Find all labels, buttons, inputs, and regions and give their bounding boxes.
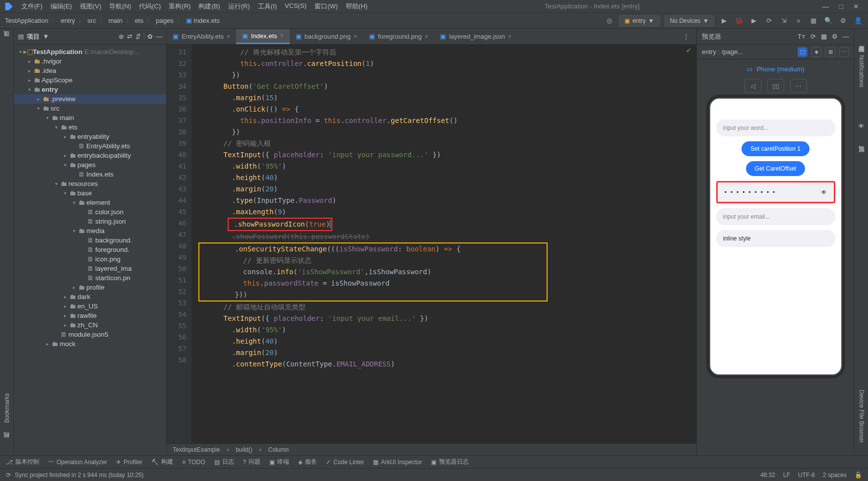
minimize-icon[interactable]: — xyxy=(843,33,849,40)
tree-item[interactable]: ▾🖿resources xyxy=(14,179,166,188)
tree-item[interactable]: ▾🖿src xyxy=(14,104,166,113)
tree-item[interactable]: ▸🖿entryability xyxy=(14,132,166,141)
tree-item[interactable]: ▾🖿ets xyxy=(14,122,166,132)
settings-icon[interactable]: ⚙ xyxy=(838,16,848,26)
eye-icon[interactable]: 👁 xyxy=(858,122,865,130)
breadcrumb-item[interactable]: ▣ Index.ets xyxy=(186,17,220,24)
menu-item[interactable]: 文件(F) xyxy=(18,1,46,12)
layout-button[interactable]: ▦ xyxy=(808,16,818,26)
tree-item[interactable]: 🗎string.json xyxy=(14,217,166,226)
breadcrumb-item[interactable]: entry xyxy=(61,17,75,24)
preview-input-inline[interactable]: inline style xyxy=(716,230,835,247)
tree-item[interactable]: 🗎color.json xyxy=(14,207,166,217)
coverage-button[interactable]: ▶ xyxy=(749,16,759,26)
editor-tab[interactable]: ▣Index.ets× xyxy=(236,29,290,44)
breadcrumb[interactable]: TestApplication〉entry〉src〉main〉ets〉pages… xyxy=(5,16,220,25)
tree-item[interactable]: 🗎layered_ima xyxy=(14,264,166,273)
tree-root[interactable]: ▾ ▸▢ TestApplication E:\nana\Desktop... xyxy=(14,47,166,57)
editor-tab[interactable]: ▣background.png× xyxy=(290,30,363,43)
rotate-button[interactable]: ▯▯ xyxy=(767,79,784,93)
tool-window-button[interactable]: 〰Operation Analyzer xyxy=(48,459,107,466)
tool-window-button[interactable]: ◈服务 xyxy=(298,458,317,466)
tool-window-button[interactable]: ▦ArkUI Inspector xyxy=(373,459,422,466)
device-dropdown[interactable]: No Devices▼ xyxy=(665,15,714,26)
dropdown-icon[interactable]: ▼ xyxy=(43,33,49,40)
avatar-icon[interactable]: 👤 xyxy=(853,16,863,26)
preview-input-word[interactable]: input your word... xyxy=(716,120,835,136)
editor-tab[interactable]: ▣EntryAbility.ets× xyxy=(167,30,236,43)
tabs-more-icon[interactable]: ⋮ xyxy=(676,33,696,40)
debug-button[interactable]: 🐞 xyxy=(734,16,744,26)
editor-tab[interactable]: ▣foreground.png× xyxy=(363,30,434,43)
breadcrumb-item[interactable]: pages xyxy=(156,17,173,24)
editor-breadcrumb[interactable]: TextInputExample› build()› Column xyxy=(167,443,696,455)
tree-item[interactable]: ▾🖿base xyxy=(14,188,166,198)
device-file-tab[interactable]: Device File Browser xyxy=(858,387,865,445)
tree-item[interactable]: 🗎startIcon.pn xyxy=(14,273,166,283)
hide-icon[interactable]: — xyxy=(156,33,162,40)
tool-window-button[interactable]: ✓Code Linter xyxy=(326,459,364,466)
tree-item[interactable]: ▸🖿.preview xyxy=(14,94,166,104)
tree-item[interactable]: 🗎foreground. xyxy=(14,245,166,254)
breadcrumb-item[interactable]: TestApplication xyxy=(5,17,48,24)
tree-item[interactable]: ▸🖿dark xyxy=(14,292,166,301)
tree-item[interactable]: ▾🖿pages xyxy=(14,160,166,170)
tree-item[interactable]: ▸🖿AppScope xyxy=(14,75,166,85)
tool-window-button[interactable]: 🔨构建 xyxy=(151,458,173,466)
back-button[interactable]: ◁ xyxy=(744,79,761,93)
bookmarks-tab-button[interactable]: Bookmarks xyxy=(3,391,10,425)
maximize-button[interactable]: □ xyxy=(839,2,843,10)
preview-btn-caret[interactable]: Set caretPosition 1 xyxy=(742,141,809,156)
health-tab[interactable]: 应用与服务体检 xyxy=(857,39,866,44)
refresh-icon[interactable]: ⟳ xyxy=(810,33,816,40)
tree-item[interactable]: ▸🖿mock xyxy=(14,339,166,349)
search-icon[interactable]: 🔍 xyxy=(823,16,833,26)
tool-window-button[interactable]: ⎇版本控制 xyxy=(6,458,39,466)
tree-item[interactable]: ▸🖿rawfile xyxy=(14,311,166,320)
tree-item[interactable]: ▸🖿.idea xyxy=(14,66,166,75)
tree-item[interactable]: 🗎Index.ets xyxy=(14,170,166,179)
line-ending[interactable]: LF xyxy=(783,472,790,479)
gear-icon[interactable]: ✿ xyxy=(147,33,153,40)
breadcrumb-item[interactable]: src xyxy=(87,17,96,24)
editor-tab[interactable]: ▣layered_image.json× xyxy=(434,30,517,43)
menu-item[interactable]: VCS(S) xyxy=(281,1,310,12)
run-config-dropdown[interactable]: ▣entry▼ xyxy=(619,15,660,26)
tree-item[interactable]: 🗎EntryAbility.ets xyxy=(14,141,166,151)
preview-btn-offset[interactable]: Get CaretOffset xyxy=(746,161,806,176)
attach-button[interactable]: ⇲ xyxy=(779,16,789,26)
structure-tab-button[interactable]: 结构 xyxy=(2,440,11,445)
menu-item[interactable]: 运行(R) xyxy=(225,1,253,12)
caret-position[interactable]: 46:32 xyxy=(760,472,775,479)
tool-window-button[interactable]: ▣预览器日志 xyxy=(431,458,469,466)
text-size-icon[interactable]: Tᴛ xyxy=(798,33,806,40)
menu-item[interactable]: 窗口(W) xyxy=(311,1,341,12)
tool-window-button[interactable]: ≡TODO xyxy=(182,459,205,466)
layers-icon[interactable]: ◈ xyxy=(811,47,821,57)
tree-item[interactable]: ▸🖿zh_CN xyxy=(14,320,166,330)
project-tree[interactable]: ▾ ▸▢ TestApplication E:\nana\Desktop... … xyxy=(14,45,166,455)
tree-item[interactable]: ▾🖿media xyxy=(14,226,166,236)
settings-icon[interactable]: ⚙ xyxy=(832,33,838,40)
tree-item[interactable]: 🗎icon.png xyxy=(14,254,166,264)
tree-item[interactable]: 🗎module.json5 xyxy=(14,330,166,339)
run-button[interactable]: ▶ xyxy=(719,16,729,26)
tree-item[interactable]: 🗎background. xyxy=(14,236,166,245)
menu-item[interactable]: 重构(R) xyxy=(165,1,194,12)
notifications-tab[interactable]: Notifications xyxy=(858,53,865,90)
more-icon[interactable]: ⋯ xyxy=(839,47,849,57)
project-tab-button[interactable]: 项目 xyxy=(2,39,11,44)
minimize-button[interactable]: — xyxy=(822,2,829,10)
tool-window-button[interactable]: ▤日志 xyxy=(214,458,234,466)
expand-icon[interactable]: ⇄ xyxy=(127,33,132,40)
locate-icon[interactable]: ⊕ xyxy=(119,33,124,40)
tool-window-button[interactable]: ✈Profiler xyxy=(116,459,142,466)
target-icon[interactable]: ◎ xyxy=(604,16,614,26)
inspect-icon[interactable]: ⬚ xyxy=(798,47,807,57)
profile-button[interactable]: ⟳ xyxy=(764,16,774,26)
tree-item[interactable]: ▾🖿main xyxy=(14,113,166,122)
menu-item[interactable]: 导航(N) xyxy=(106,1,134,12)
editor-body[interactable]: 3132333435363738394041424344454647484950… xyxy=(167,45,696,443)
menu-item[interactable]: 视图(V) xyxy=(76,1,105,12)
preview-input-password[interactable]: • • • • • • • • • 👁 xyxy=(716,181,835,203)
